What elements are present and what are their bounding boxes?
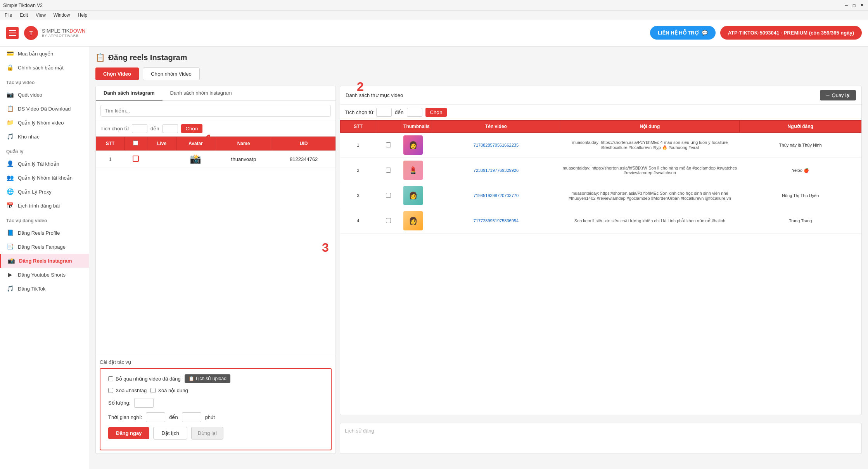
sidebar-item-reels-profile[interactable]: 📘 Đăng Reels Profile <box>0 226 89 240</box>
dat-lich-button[interactable]: Đặt lịch <box>153 427 187 440</box>
video-checkbox-1[interactable] <box>386 142 391 147</box>
video-checkbox-4[interactable] <box>386 218 391 223</box>
tu-input[interactable]: 1 <box>146 412 165 422</box>
sidebar-item-quet-video[interactable]: 📷 Quét video <box>0 88 89 102</box>
th-avatar: Avatar <box>176 137 215 151</box>
titlebar-controls[interactable]: ─ □ ✕ <box>843 2 865 9</box>
th-uid: UID <box>272 137 335 151</box>
sidebar-item-mua-ban-quyen[interactable]: 💳 Mua bản quyền <box>0 47 89 61</box>
sidebar-item-reels-fanpage[interactable]: 📑 Đăng Reels Fanpage <box>0 240 89 254</box>
menu-view[interactable]: View <box>34 12 47 19</box>
thumbnail-1: 👩 <box>403 135 423 155</box>
dang-ngay-button[interactable]: Đăng ngay <box>108 427 149 439</box>
phut-label: phút <box>205 414 215 420</box>
menu-edit[interactable]: Edit <box>18 12 29 19</box>
th-stt: STT <box>96 137 124 151</box>
app-body: 💳 Mua bản quyền 🔒 Chính sách bảo mật Tác… <box>0 47 868 469</box>
vcell-checkbox[interactable] <box>376 183 401 208</box>
page-icon: 📑 <box>6 243 14 250</box>
sidebar-label-lich-trinh: Lịch trình đăng bài <box>18 203 60 209</box>
calendar-icon: 📅 <box>6 202 14 209</box>
lienhe-label: LIÊN HỆ HỖ TRỢ <box>658 30 699 36</box>
maximize-button[interactable]: □ <box>851 2 857 9</box>
vcell-nguoidang: Thúy này là Thúy Ninh <box>740 133 861 158</box>
vcell-checkbox[interactable] <box>376 133 401 158</box>
tab-danh-sach-instagram[interactable]: Danh sách instagram <box>96 86 163 100</box>
vth-checkbox <box>376 121 401 133</box>
lienhe-button[interactable]: LIÊN HỆ HỖ TRỢ 💬 <box>650 26 716 40</box>
sidebar-item-reels-instagram[interactable]: 📸 Đăng Reels Instagram <box>0 254 89 268</box>
youtube-icon: ▶ <box>6 271 14 278</box>
right-panel-header: Danh sách thư mục video ← Quay lại <box>340 86 861 105</box>
cell-checkbox[interactable] <box>124 151 147 168</box>
sidebar-item-nhom-video[interactable]: 📁 Quản lý Nhóm video <box>0 116 89 130</box>
sidebar-item-tiktok[interactable]: 🎵 Đăng TikTok <box>0 282 89 296</box>
dung-lai-button[interactable]: Dừng lại <box>191 427 223 440</box>
close-button[interactable]: ✕ <box>859 2 865 9</box>
page-title: 📋 Đăng reels Instagram <box>95 53 862 62</box>
vcell-checkbox[interactable] <box>376 158 401 183</box>
vcell-checkbox[interactable] <box>376 208 401 234</box>
hamburger-button[interactable] <box>6 27 19 39</box>
sidebar-item-ds-video[interactable]: 📋 DS Video Đã Download <box>0 102 89 116</box>
sidebar: 💳 Mua bản quyền 🔒 Chính sách bảo mật Tác… <box>0 47 89 469</box>
table-row: 4 👩 7177289951975836954 Son kem lì siêu … <box>341 208 861 234</box>
sidebar-label-tai-khoan: Quản lý Tài khoản <box>18 161 59 167</box>
tab-danh-sach-nhom[interactable]: Danh sách nhóm instagram <box>163 86 240 100</box>
menubar: File Edit View Window Help <box>0 11 868 19</box>
quay-lai-button[interactable]: ← Quay lại <box>820 90 856 100</box>
chon-button[interactable]: Chọn <box>181 124 203 133</box>
den-right-label: đến <box>395 109 403 115</box>
select-all-checkbox[interactable] <box>133 140 138 145</box>
xoa-hashtag-check[interactable]: Xoá #hashtag <box>108 388 147 393</box>
tich-chon-right-to[interactable]: 0 <box>407 108 422 117</box>
sidebar-item-lich-trinh[interactable]: 📅 Lịch trình đăng bài <box>0 199 89 213</box>
accounts-table: STT Live Avatar Name UID <box>96 137 335 168</box>
row-checkbox[interactable] <box>133 156 139 162</box>
credit-card-icon: 💳 <box>6 50 14 57</box>
xoa-hashtag-checkbox[interactable] <box>108 388 113 393</box>
table-row: 1 👩 7178828570561662235 muasontaiday: ht… <box>341 133 861 158</box>
premium-button[interactable]: ATP-TIKTOK-5093041 - PREMIUM (còn 359/36… <box>720 26 862 40</box>
sidebar-section-dang-video: Tác vụ đăng video <box>0 213 89 226</box>
sidebar-item-chinh-sach[interactable]: 🔒 Chính sách bảo mật <box>0 61 89 74</box>
xoa-noi-dung-label: Xoá nội dung <box>158 388 188 393</box>
menu-file[interactable]: File <box>3 12 14 19</box>
xoa-noi-dung-check[interactable]: Xoá nội dung <box>150 388 188 393</box>
content-area: Danh sách instagram Danh sách nhóm insta… <box>95 86 862 454</box>
tich-chon-right-from[interactable]: 0 <box>376 108 392 117</box>
search-input[interactable] <box>100 105 331 117</box>
right-area: Danh sách thư mục video ← Quay lại Tích … <box>340 86 862 454</box>
vth-nguoi-dang: Người đăng <box>740 121 861 133</box>
den2-input[interactable]: 2 <box>182 412 201 422</box>
sidebar-item-quan-ly-tai-khoan[interactable]: 👤 Quản lý Tài khoản <box>0 157 89 171</box>
sidebar-item-proxy[interactable]: 🌐 Quản Lý Proxy <box>0 185 89 199</box>
menu-help[interactable]: Help <box>76 12 89 19</box>
bo-qua-check[interactable]: Bỏ qua những video đã đăng <box>108 376 181 382</box>
menu-window[interactable]: Window <box>52 12 72 19</box>
minimize-button[interactable]: ─ <box>843 2 849 9</box>
search-bar <box>96 101 335 121</box>
sidebar-item-kho-nhac[interactable]: 🎵 Kho nhạc <box>0 130 89 144</box>
chon-video-button[interactable]: Chọn Video <box>95 67 139 80</box>
sidebar-item-nhom-tai-khoan[interactable]: 👥 Quản lý Nhóm tài khoản <box>0 171 89 185</box>
lich-su-upload-button[interactable]: 📋 Lịch sử upload <box>185 374 230 383</box>
xoa-noi-dung-checkbox[interactable] <box>150 388 156 393</box>
caidat-panel: Bỏ qua những video đã đăng 📋 Lịch sử upl… <box>100 368 332 450</box>
sidebar-label-kho-nhac: Kho nhạc <box>18 134 40 140</box>
vcell-nguoidang: Trang Trang <box>740 208 861 234</box>
so-luong-input[interactable]: 6 <box>134 398 154 408</box>
chon-nhom-button[interactable]: Chọn nhóm Video <box>143 67 200 80</box>
thumbnail-2: 💄 <box>403 161 423 180</box>
logo-text: SIMPLE TIKDOWN <box>42 28 85 34</box>
video-checkbox-3[interactable] <box>386 193 391 198</box>
video-checkbox-2[interactable] <box>386 168 391 173</box>
thumbnail-4: 👩 <box>403 211 423 230</box>
chon-right-button[interactable]: Chọn <box>425 108 447 117</box>
table-row: 2 💄 7238917197769329926 muasontaiday: ht… <box>341 158 861 183</box>
tich-chon-from[interactable]: 0 <box>132 124 147 133</box>
sidebar-item-youtube-shorts[interactable]: ▶ Đăng Youtube Shorts <box>0 268 89 282</box>
vth-ten-video: Tên video <box>432 121 560 133</box>
bo-qua-checkbox[interactable] <box>108 376 113 381</box>
tich-chon-to[interactable]: 0 <box>163 124 178 133</box>
